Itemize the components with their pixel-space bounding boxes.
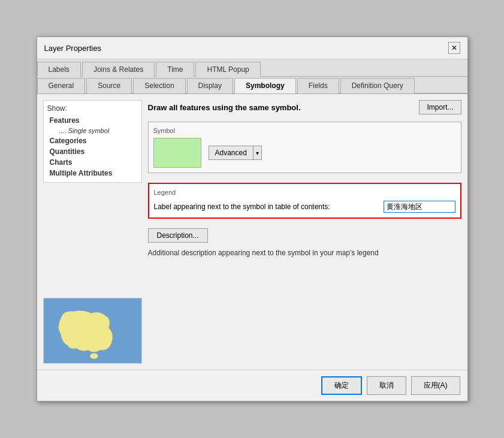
left-panel-wrapper: Show: Features .... Single symbol Catego… [43,100,142,364]
advanced-dropdown-icon[interactable]: ▾ [253,146,262,160]
description-section: Description... Additional description ap… [148,228,461,259]
content-area: Show: Features .... Single symbol Catego… [37,94,467,370]
legend-group-label: Legend [154,189,455,196]
right-panel: Draw all features using the same symbol.… [148,100,461,364]
description-info: Additional description appearing next to… [148,246,461,259]
legend-group: Legend Label appearing next to the symbo… [148,183,461,219]
tab-source[interactable]: Source [86,78,132,93]
symbol-group-label: Symbol [153,127,456,134]
show-item-quantities[interactable]: Quantities [47,146,138,157]
tab-selection[interactable]: Selection [133,78,185,93]
show-label: Show: [47,104,138,113]
tab-labels[interactable]: Labels [37,62,81,77]
title-bar: Layer Properties ✕ [37,37,467,59]
description-button[interactable]: Description... [148,228,208,243]
draw-all-row: Draw all features using the same symbol.… [148,100,461,114]
tab-symbology[interactable]: Symbology [234,78,296,93]
show-panel: Show: Features .... Single symbol Catego… [43,100,142,183]
show-item-multiple-attributes[interactable]: Multiple Attributes [47,168,138,179]
legend-row: Label appearing next to the symbol in ta… [154,201,455,213]
tab-general[interactable]: General [37,78,86,93]
tab-time[interactable]: Time [156,62,194,77]
import-button[interactable]: Import... [419,100,461,114]
apply-button[interactable]: 应用(A) [411,376,460,395]
legend-input[interactable] [384,201,455,213]
tabs-row2: General Source Selection Display Symbolo… [37,77,467,94]
advanced-button[interactable]: Advanced ▾ [209,146,262,160]
tab-html-popup[interactable]: HTML Popup [195,62,260,77]
tab-fields[interactable]: Fields [297,78,339,93]
tab-joins-relates[interactable]: Joins & Relates [82,62,155,77]
tabs-row1: Labels Joins & Relates Time HTML Popup [37,59,467,77]
ok-button[interactable]: 确定 [321,376,362,395]
draw-all-text: Draw all features using the same symbol. [148,103,301,112]
layer-properties-dialog: Layer Properties ✕ Labels Joins & Relate… [37,37,468,401]
cancel-button[interactable]: 取消 [367,376,406,395]
show-item-features[interactable]: Features [47,115,138,126]
dialog-title: Layer Properties [44,44,101,53]
tab-display[interactable]: Display [187,78,233,93]
tab-definition-query[interactable]: Definition Query [340,78,415,93]
bottom-buttons: 确定 取消 应用(A) [37,370,467,401]
svg-point-1 [90,353,98,359]
symbol-row: Advanced ▾ [153,138,456,168]
show-item-charts[interactable]: Charts [47,157,138,168]
map-preview [43,298,142,364]
symbol-group: Symbol Advanced ▾ [148,122,461,173]
show-item-categories[interactable]: Categories [47,135,138,146]
symbol-box[interactable] [153,138,201,168]
legend-label-text: Label appearing next to the symbol in ta… [154,203,378,211]
show-item-single-symbol[interactable]: .... Single symbol [47,126,138,135]
close-button[interactable]: ✕ [448,42,460,54]
advanced-main-label[interactable]: Advanced [209,146,253,160]
